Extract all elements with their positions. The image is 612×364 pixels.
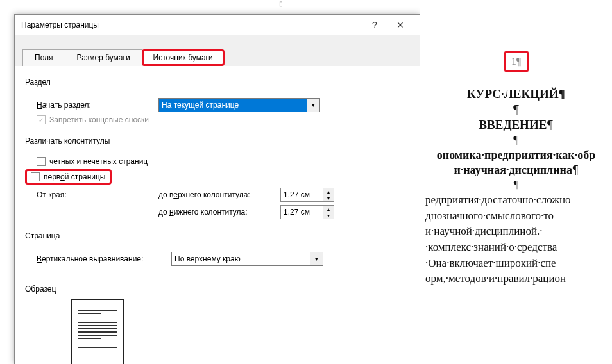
doc-para-mark: ¶: [420, 133, 612, 147]
to-footer-label: до нижнего колонтитула:: [158, 208, 280, 217]
doc-body-line: орм,·методов·и·правил·рацион: [420, 271, 612, 287]
suppress-endnotes-checkbox: ✓ Запретить концевые сноски: [37, 115, 149, 124]
checkbox-icon: [37, 157, 46, 166]
tab-paper-source[interactable]: Источник бумаги: [142, 49, 225, 66]
doc-body-line: редприятия·достаточно·сложно: [420, 192, 612, 208]
spinner-down-icon[interactable]: ▼: [323, 212, 334, 219]
suppress-endnotes-label: Запретить концевые сноски: [49, 115, 149, 124]
odd-even-checkbox[interactable]: четных и нечетных страниц: [37, 157, 148, 166]
chevron-down-icon[interactable]: ▾: [310, 252, 323, 265]
spinner-up-icon[interactable]: ▲: [323, 206, 334, 212]
valign-dropdown[interactable]: По верхнему краю ▾: [171, 252, 323, 266]
header-distance-spinner[interactable]: 1,27 см ▲ ▼: [280, 188, 334, 202]
odd-even-label: четных и нечетных страниц: [49, 157, 148, 166]
document-area: 1¶ КУРС·ЛЕКЦИЙ¶ ¶ ВВЕДЕНИЕ¶ ¶ ономика·пр…: [420, 0, 612, 364]
checkbox-icon: ✓: [37, 115, 46, 124]
group-page-label: Страница: [25, 231, 409, 242]
section-start-dropdown[interactable]: На текущей странице ▾: [158, 98, 320, 112]
doc-body-line: днозначного·смыслового·то: [420, 208, 612, 224]
first-page-highlight: первой страницы: [25, 169, 112, 185]
titlebar: Параметры страницы ? ✕: [15, 15, 420, 35]
doc-body-line: ·комплекс·знаний·о·средства: [420, 240, 612, 256]
section-start-label: Начать раздел:: [37, 101, 158, 110]
doc-para-mark: ¶: [420, 103, 612, 117]
tabstrip: Поля Размер бумаги Источник бумаги: [15, 35, 420, 66]
section-start-value: На текущей странице: [159, 99, 307, 112]
from-edge-label: От края:: [37, 190, 158, 199]
doc-body-line: ·Она·включает·широкий·спе: [420, 256, 612, 272]
footer-distance-spinner[interactable]: 1,27 см ▲ ▼: [280, 205, 334, 219]
tab-paper-size[interactable]: Размер бумаги: [65, 49, 142, 66]
dialog-body: Раздел Начать раздел: На текущей страниц…: [15, 66, 420, 364]
first-page-checkbox[interactable]: первой страницы: [31, 172, 106, 181]
group-page: Вертикальное выравнивание: По верхнему к…: [25, 245, 409, 273]
chevron-down-icon[interactable]: ▾: [307, 99, 319, 112]
first-page-label: первой страницы: [44, 172, 106, 181]
group-headers: четных и нечетных страниц первой страниц…: [25, 150, 409, 226]
page-number-highlight: 1¶: [504, 51, 529, 72]
checkbox-icon: [31, 172, 40, 181]
doc-heading-1: КУРС·ЛЕКЦИЙ¶: [420, 87, 612, 101]
doc-body-line: и·научной·дисциплиной.·: [420, 224, 612, 240]
doc-subheading-1: ономика·предприятия·как·обр: [420, 149, 612, 162]
group-section: Начать раздел: На текущей странице ▾ ✓ З…: [25, 91, 409, 131]
header-distance-value: 1,27 см: [281, 188, 323, 201]
group-sample-label: Образец: [25, 285, 409, 295]
spinner-down-icon[interactable]: ▼: [323, 195, 334, 201]
page-preview: [71, 299, 124, 364]
document-content: КУРС·ЛЕКЦИЙ¶ ¶ ВВЕДЕНИЕ¶ ¶ ономика·предп…: [420, 87, 612, 287]
page-number: 1¶: [511, 56, 521, 67]
close-button[interactable]: ✕: [387, 15, 413, 35]
doc-para-mark: ¶: [420, 178, 612, 191]
help-button[interactable]: ?: [362, 15, 387, 35]
doc-subheading-2: и·научная·дисциплина¶: [420, 163, 612, 177]
spinner-up-icon[interactable]: ▲: [323, 188, 334, 195]
doc-heading-2: ВВЕДЕНИЕ¶: [420, 118, 612, 132]
group-headers-label: Различать колонтитулы: [25, 136, 409, 147]
to-header-label: до верхнего колонтитула:: [158, 190, 280, 199]
footer-distance-value: 1,27 см: [281, 206, 323, 219]
dialog-title: Параметры страницы: [21, 21, 362, 29]
group-section-label: Раздел: [25, 78, 409, 88]
tab-fields[interactable]: Поля: [22, 49, 65, 66]
valign-label: Вертикальное выравнивание:: [37, 254, 171, 263]
ruler-marker: ▯: [279, 0, 283, 7]
page-setup-dialog: Параметры страницы ? ✕ Поля Размер бумаг…: [14, 14, 420, 364]
valign-value: По верхнему краю: [172, 252, 310, 265]
